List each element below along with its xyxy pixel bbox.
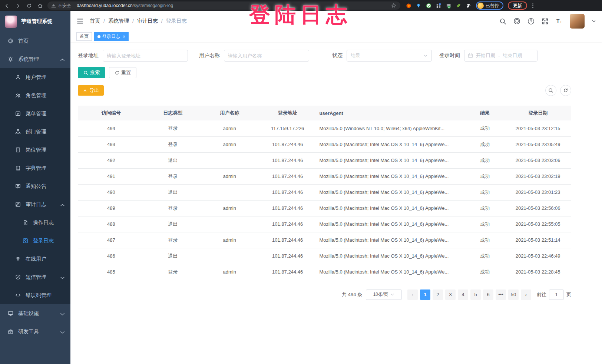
chevron-down-icon bbox=[390, 292, 394, 297]
sidebar-item-menu-mgmt[interactable]: 菜单管理 bbox=[0, 105, 70, 123]
more-pages-button[interactable]: ••• bbox=[496, 289, 506, 300]
table-cell: admin bbox=[201, 136, 258, 152]
reset-button[interactable]: 重置 bbox=[109, 67, 136, 78]
sidebar-item-error-code[interactable]: 错误码管理 bbox=[0, 286, 70, 304]
page-button-5[interactable]: 5 bbox=[470, 289, 481, 300]
back-icon[interactable] bbox=[4, 3, 10, 9]
leaf-extension-icon[interactable] bbox=[456, 3, 462, 9]
sidebar-item-sms-mgmt[interactable]: 短信管理 bbox=[0, 268, 70, 286]
table-cell: 2021-05-03 22:55:05 bbox=[505, 216, 571, 232]
tag-label: 登录日志 bbox=[102, 33, 120, 40]
toggle-search-button[interactable] bbox=[545, 85, 556, 96]
table-row[interactable]: 488退出101.87.244.46Mozilla/5.0 (Macintosh… bbox=[78, 216, 571, 232]
page-button-4[interactable]: 4 bbox=[458, 289, 468, 300]
table-row[interactable]: 485登录admin101.87.244.46Mozilla/5.0 (Maci… bbox=[78, 264, 571, 280]
user-avatar[interactable] bbox=[570, 14, 585, 29]
home-icon[interactable] bbox=[37, 3, 43, 9]
breadcrumb-link[interactable]: 首页 bbox=[90, 18, 100, 24]
page-button-1[interactable]: 1 bbox=[420, 289, 430, 300]
extensions-row: on bbox=[406, 3, 472, 9]
page-size-select[interactable]: 10条/页 bbox=[366, 289, 402, 300]
font-size-icon[interactable]: TT bbox=[556, 18, 563, 25]
table-row[interactable]: 486退出101.87.244.46Mozilla/5.0 (Macintosh… bbox=[78, 248, 571, 264]
table-row[interactable]: 487登录admin101.87.244.46Mozilla/5.0 (Maci… bbox=[78, 232, 571, 248]
puzzle-extension-icon[interactable] bbox=[466, 3, 472, 9]
ember-extension-icon[interactable] bbox=[406, 3, 411, 9]
browser-menu-icon[interactable] bbox=[532, 3, 533, 8]
tab-login-log[interactable]: 登录日志× bbox=[94, 32, 129, 41]
sidebar-item-operate-log[interactable]: 操作日志 bbox=[0, 214, 70, 232]
table-row[interactable]: 490退出101.87.244.46Mozilla/5.0 (Macintosh… bbox=[78, 184, 571, 200]
sidebar-item-dept-mgmt[interactable]: 部门管理 bbox=[0, 123, 70, 141]
chevron-down-icon[interactable] bbox=[592, 19, 596, 23]
table-cell: 101.87.244.46 bbox=[258, 136, 317, 152]
export-button[interactable]: 导出 bbox=[78, 85, 104, 96]
list-on-extension-icon[interactable]: on bbox=[446, 3, 452, 9]
table-cell: 成功 bbox=[465, 152, 505, 168]
wellness-extension-icon[interactable] bbox=[426, 3, 431, 9]
sidebar-item-post-mgmt[interactable]: 岗位管理 bbox=[0, 141, 70, 159]
apps-grid-extension-icon[interactable] bbox=[436, 3, 441, 9]
breadcrumb-link[interactable]: 系统管理 bbox=[108, 18, 129, 24]
table-row[interactable]: 491登录admin101.87.244.46Mozilla/5.0 (Maci… bbox=[78, 168, 571, 184]
sidebar-item-user-mgmt[interactable]: 用户管理 bbox=[0, 68, 70, 86]
page-size-value: 10条/页 bbox=[373, 291, 388, 298]
search-icon[interactable] bbox=[499, 18, 506, 25]
search-button[interactable]: 搜索 bbox=[78, 67, 105, 78]
sidebar-item-dev-tool[interactable]: 研发工具 bbox=[0, 322, 70, 341]
next-page-button[interactable]: › bbox=[521, 289, 531, 300]
sidebar-item-system[interactable]: 系统管理 bbox=[0, 50, 70, 68]
page-button-6[interactable]: 6 bbox=[483, 289, 493, 300]
sidebar-item-notice[interactable]: 通知公告 bbox=[0, 177, 70, 195]
sidebar-item-dict-mgmt[interactable]: 字典管理 bbox=[0, 159, 70, 177]
table-cell: 成功 bbox=[465, 216, 505, 232]
page-button-3[interactable]: 3 bbox=[445, 289, 456, 300]
chevron-down-icon bbox=[60, 275, 64, 279]
table-cell: 493 bbox=[78, 136, 145, 152]
search-icon bbox=[83, 70, 88, 75]
not-secure-warning[interactable]: 不安全 bbox=[51, 3, 71, 9]
page-button-50[interactable]: 50 bbox=[508, 289, 519, 300]
app-logo[interactable]: 芋道管理系统 bbox=[0, 11, 70, 32]
sidebar-item-label: 基础设施 bbox=[18, 310, 39, 317]
sidebar-item-role-mgmt[interactable]: 角色管理 bbox=[0, 86, 70, 105]
prev-page-button[interactable]: ‹ bbox=[407, 289, 418, 300]
status-select[interactable]: 结果 bbox=[347, 50, 432, 62]
sidebar-item-home[interactable]: 首页 bbox=[0, 32, 70, 50]
gem-extension-icon[interactable] bbox=[416, 3, 421, 9]
tab-home[interactable]: 首页 bbox=[76, 32, 92, 41]
sidebar-item-infra[interactable]: 基础设施 bbox=[0, 304, 70, 322]
address-bar[interactable]: 不安全 dashboard.yudao.iocoder.cn/system/lo… bbox=[47, 1, 400, 10]
sidebar-item-login-log[interactable]: 登录日志 bbox=[0, 232, 70, 250]
breadcrumb-link[interactable]: 审计日志 bbox=[137, 18, 158, 24]
github-icon[interactable] bbox=[513, 18, 520, 25]
fullscreen-icon[interactable] bbox=[542, 18, 549, 25]
date-range-picker[interactable]: 开始日期 - 结束日期 bbox=[464, 50, 538, 62]
sidebar-item-audit-log[interactable]: 审计日志 bbox=[0, 195, 70, 214]
page-button-2[interactable]: 2 bbox=[433, 289, 443, 300]
sidebar-item-label: 操作日志 bbox=[33, 219, 54, 226]
table-row[interactable]: 489登录admin101.87.244.46Mozilla/5.0 (Maci… bbox=[78, 200, 571, 216]
table-row[interactable]: 493登录admin101.87.244.46Mozilla/5.0 (Maci… bbox=[78, 136, 571, 152]
username-filter-input[interactable] bbox=[224, 50, 309, 62]
profile-sync-paused-chip[interactable]: 已暂停 bbox=[476, 1, 503, 10]
bookmark-star-icon[interactable] bbox=[391, 3, 397, 9]
address-filter-input[interactable] bbox=[103, 50, 188, 62]
table-row[interactable]: 492退出101.87.244.46Mozilla/5.0 (Macintosh… bbox=[78, 152, 571, 168]
table-cell: Mozilla/5.0 (Macintosh; Intel Mac OS X 1… bbox=[317, 168, 465, 184]
sidebar-item-online-user[interactable]: 在线用户 bbox=[0, 250, 70, 268]
table-cell bbox=[201, 184, 258, 200]
logo-image bbox=[5, 16, 17, 28]
close-icon[interactable]: × bbox=[123, 34, 125, 39]
browser-update-button[interactable]: 更新 bbox=[508, 1, 527, 10]
table-row[interactable]: 494登录admin117.159.17.226Mozilla/5.0 (Win… bbox=[78, 120, 571, 136]
refresh-table-button[interactable] bbox=[560, 85, 571, 96]
help-icon[interactable] bbox=[527, 18, 535, 25]
table-cell: 489 bbox=[78, 200, 145, 216]
hamburger-icon[interactable] bbox=[76, 17, 84, 25]
sidebar-item-label: 岗位管理 bbox=[26, 147, 46, 153]
table-cell: admin bbox=[201, 168, 258, 184]
forward-icon[interactable] bbox=[15, 3, 21, 9]
goto-page-input[interactable] bbox=[549, 289, 564, 300]
reload-icon[interactable] bbox=[26, 3, 32, 9]
